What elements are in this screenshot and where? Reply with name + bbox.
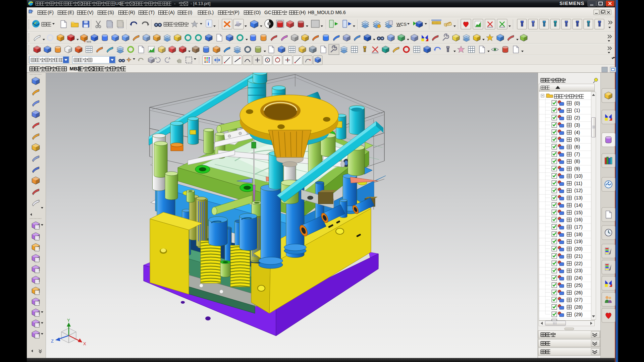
svg-text:Z: Z bbox=[51, 339, 54, 344]
svg-text:X: X bbox=[83, 341, 86, 346]
svg-text:Y: Y bbox=[67, 318, 70, 323]
